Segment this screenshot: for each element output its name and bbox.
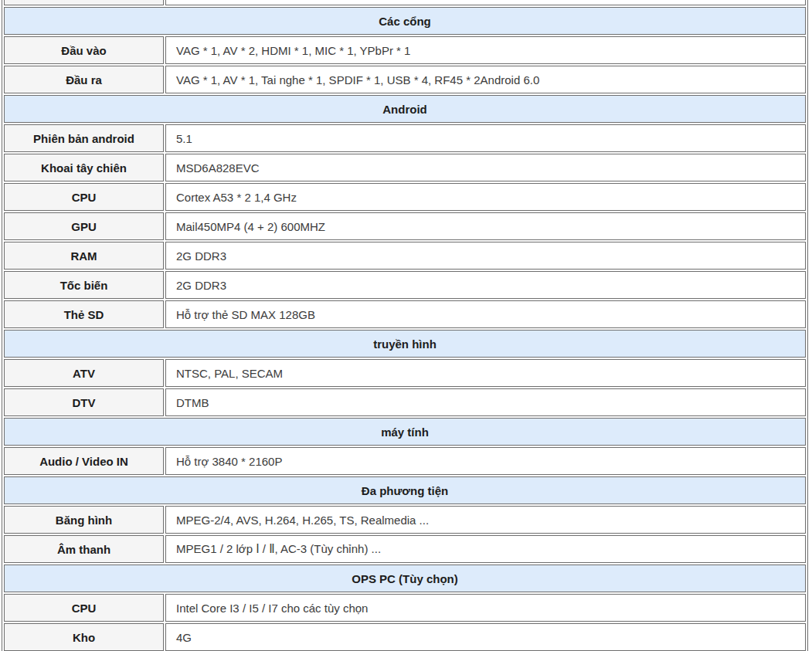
spec-value: NTSC, PAL, SECAM xyxy=(176,367,283,380)
spec-label: Đầu ra xyxy=(66,73,102,86)
spec-value-cell xyxy=(165,0,806,5)
spec-label-cell: Phiên bản android xyxy=(4,124,164,152)
spec-label: Phiên bản android xyxy=(33,132,134,145)
spec-value: 4G xyxy=(176,631,192,644)
spec-value: MPEG1 / 2 lớp Ⅰ / Ⅱ, AC-3 (Tùy chỉnh) ..… xyxy=(176,542,381,555)
spec-label-cell: Băng hình xyxy=(4,506,164,534)
spec-value-cell: NTSC, PAL, SECAM xyxy=(165,359,806,387)
table-row: DTV DTMB xyxy=(4,388,806,416)
spec-label-cell: Đầu ra xyxy=(4,66,164,93)
section-header-label: Đa phương tiện xyxy=(362,484,448,497)
spec-label: Tốc biến xyxy=(60,279,108,292)
table-row: ATV NTSC, PAL, SECAM xyxy=(4,359,806,387)
section-header-cell: Các cổng xyxy=(4,7,806,35)
spec-value-cell: 4G xyxy=(165,623,806,651)
spec-value-cell: VAG * 1, AV * 2, HDMI * 1, MIC * 1, YPbP… xyxy=(165,36,806,64)
section-header-label: truyền hình xyxy=(373,337,437,351)
table-row: Tốc biến 2G DDR3 xyxy=(4,271,806,299)
spec-value: Cortex A53 * 2 1,4 GHz xyxy=(176,191,297,204)
spec-label: GPU xyxy=(71,220,97,233)
spec-label-cell: CPU xyxy=(4,183,164,211)
table-row: Thẻ SD Hỗ trợ thẻ SD MAX 128GB xyxy=(4,300,806,328)
clipped-partial-row xyxy=(4,0,806,5)
spec-label: Thẻ SD xyxy=(64,308,104,321)
page: Các cổng Đầu vào VAG * 1, AV * 2, HDMI *… xyxy=(0,0,812,651)
section-header-row: truyền hình xyxy=(4,330,806,358)
spec-label: Khoai tây chiên xyxy=(41,161,127,175)
spec-value-cell: MPEG1 / 2 lớp Ⅰ / Ⅱ, AC-3 (Tùy chỉnh) ..… xyxy=(165,535,806,563)
section-header-row: Android xyxy=(4,95,806,123)
section-header-cell: máy tính xyxy=(4,418,806,446)
table-row: Âm thanh MPEG1 / 2 lớp Ⅰ / Ⅱ, AC-3 (Tùy … xyxy=(4,535,806,563)
spec-value: MSD6A828EVC xyxy=(176,161,260,175)
spec-label-cell: GPU xyxy=(4,212,164,240)
table-row: Kho 4G xyxy=(4,623,806,651)
section-header-cell: Đa phương tiện xyxy=(4,476,806,504)
spec-value-cell: Hỗ trợ 3840 * 2160P xyxy=(165,447,806,475)
spec-label-cell: Khoai tây chiên xyxy=(4,154,164,181)
spec-value: DTMB xyxy=(176,396,209,409)
spec-label-cell: ATV xyxy=(4,359,164,387)
section-header-cell: Android xyxy=(4,95,806,123)
spec-value: Mail450MP4 (4 + 2) 600MHZ xyxy=(176,220,325,233)
section-header-row: máy tính xyxy=(4,418,806,446)
spec-label: Audio / Video IN xyxy=(39,455,128,468)
table-row: Băng hình MPEG-2/4, AVS, H.264, H.265, T… xyxy=(4,506,806,534)
table-row: Phiên bản android 5.1 xyxy=(4,124,806,152)
spec-label-cell: DTV xyxy=(4,388,164,416)
spec-value-cell: MPEG-2/4, AVS, H.264, H.265, TS, Realmed… xyxy=(165,506,806,534)
spec-label-cell: Âm thanh xyxy=(4,535,164,563)
spec-table-body: Các cổng Đầu vào VAG * 1, AV * 2, HDMI *… xyxy=(4,0,806,651)
spec-value: 5.1 xyxy=(176,132,192,145)
spec-value-cell: Intel Core I3 / I5 / I7 cho các tùy chọn xyxy=(165,594,806,622)
spec-value-cell: Hỗ trợ thẻ SD MAX 128GB xyxy=(165,300,806,328)
spec-value: VAG * 1, AV * 2, HDMI * 1, MIC * 1, YPbP… xyxy=(176,44,410,57)
spec-value: 2G DDR3 xyxy=(176,279,226,292)
spec-value-cell: 5.1 xyxy=(165,124,806,152)
table-row: GPU Mail450MP4 (4 + 2) 600MHZ xyxy=(4,212,806,240)
spec-table: Các cổng Đầu vào VAG * 1, AV * 2, HDMI *… xyxy=(2,0,808,651)
section-header-row: Đa phương tiện xyxy=(4,476,806,504)
table-row: Khoai tây chiên MSD6A828EVC xyxy=(4,154,806,181)
spec-label-cell: Audio / Video IN xyxy=(4,447,164,475)
spec-value-cell: MSD6A828EVC xyxy=(165,154,806,181)
spec-value-cell: 2G DDR3 xyxy=(165,242,806,270)
spec-label: CPU xyxy=(72,191,97,204)
section-header-label: máy tính xyxy=(381,426,429,439)
spec-label: Âm thanh xyxy=(57,543,110,556)
spec-label-cell: RAM xyxy=(4,242,164,270)
spec-label: RAM xyxy=(70,249,97,263)
section-header-label: OPS PC (Tùy chọn) xyxy=(352,572,458,585)
spec-value-cell: 2G DDR3 xyxy=(165,271,806,299)
spec-value: Intel Core I3 / I5 / I7 cho các tùy chọn xyxy=(176,602,368,615)
spec-value: MPEG-2/4, AVS, H.264, H.265, TS, Realmed… xyxy=(176,514,429,527)
table-row: CPU Intel Core I3 / I5 / I7 cho các tùy … xyxy=(4,594,806,622)
spec-label: Đầu vào xyxy=(61,44,106,57)
section-header-cell: OPS PC (Tùy chọn) xyxy=(4,565,806,592)
spec-value: Hỗ trợ 3840 * 2160P xyxy=(176,455,282,468)
section-header-row: OPS PC (Tùy chọn) xyxy=(4,565,806,592)
spec-label-cell: Kho xyxy=(4,623,164,651)
table-row: Đầu ra VAG * 1, AV * 1, Tai nghe * 1, SP… xyxy=(4,66,806,93)
spec-label: CPU xyxy=(72,602,97,615)
spec-table-container: Các cổng Đầu vào VAG * 1, AV * 2, HDMI *… xyxy=(2,0,808,651)
spec-value-cell: Cortex A53 * 2 1,4 GHz xyxy=(165,183,806,211)
section-header-row: Các cổng xyxy=(4,7,806,35)
spec-value: 2G DDR3 xyxy=(176,249,226,263)
spec-label: Băng hình xyxy=(56,514,112,527)
spec-label-cell xyxy=(4,0,164,5)
spec-label: DTV xyxy=(73,396,96,409)
spec-label-cell: Đầu vào xyxy=(4,36,164,64)
spec-value-cell: DTMB xyxy=(165,388,806,416)
spec-label-cell: Tốc biến xyxy=(4,271,164,299)
table-row: CPU Cortex A53 * 2 1,4 GHz xyxy=(4,183,806,211)
section-header-label: Android xyxy=(382,103,427,116)
spec-label: ATV xyxy=(73,367,95,380)
spec-value-cell: VAG * 1, AV * 1, Tai nghe * 1, SPDIF * 1… xyxy=(165,66,806,93)
spec-label-cell: Thẻ SD xyxy=(4,300,164,328)
spec-value: Hỗ trợ thẻ SD MAX 128GB xyxy=(176,308,315,321)
spec-label-cell: CPU xyxy=(4,594,164,622)
table-row: Audio / Video IN Hỗ trợ 3840 * 2160P xyxy=(4,447,806,475)
section-header-cell: truyền hình xyxy=(4,330,806,358)
spec-label: Kho xyxy=(73,631,95,644)
